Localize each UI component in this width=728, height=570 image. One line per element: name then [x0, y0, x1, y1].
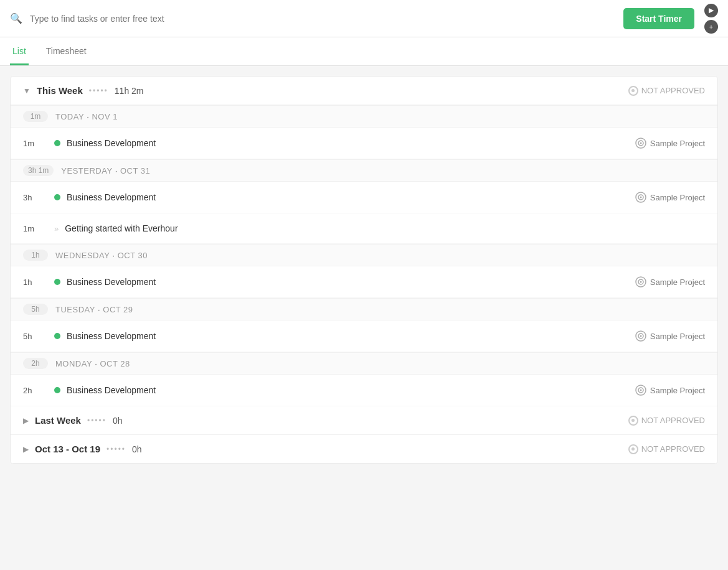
day-duration-tuesday: 5h	[23, 304, 48, 315]
day-duration-wednesday: 1h	[23, 250, 48, 261]
entry-row-1: 3h Business Development Sample Project	[11, 182, 717, 213]
day-row-today: 1m TODAY · NOV 1	[11, 105, 717, 128]
entry-name-5: Business Development	[67, 385, 635, 395]
entry-row-4: 5h Business Development Sample Project	[11, 320, 717, 352]
top-bar-icon-group: ▶ +	[704, 4, 718, 34]
day-row-tuesday: 5h TUESDAY · OCT 29	[11, 298, 717, 320]
not-approved-icon-oct13-oct19	[628, 444, 638, 454]
project-icon-5	[635, 385, 646, 396]
chevron-right-icon-last-week[interactable]: ▶	[23, 416, 29, 425]
day-label-monday: MONDAY · OCT 28	[55, 359, 130, 368]
entry-duration-5: 2h	[23, 386, 54, 395]
entry-dot-green-4	[54, 333, 60, 339]
entry-row-5: 2h Business Development Sample Project	[11, 375, 717, 406]
not-approved-badge-oct13-oct19: NOT APPROVED	[628, 444, 705, 454]
project-info-3: Sample Project	[635, 276, 705, 287]
day-label-yesterday: YESTERDAY · OCT 31	[61, 166, 150, 175]
entry-dot-green-0	[54, 140, 60, 146]
week-header-this-week: ▼ This Week ••••• 11h 2m NOT APPROVED	[11, 77, 717, 105]
search-input[interactable]	[30, 14, 616, 24]
entry-dot-green-5	[54, 387, 60, 393]
not-approved-label-this-week: NOT APPROVED	[641, 86, 705, 95]
project-name-4: Sample Project	[650, 332, 705, 341]
top-bar: 🔍 Start Timer ▶ +	[0, 0, 728, 37]
day-label-tuesday: TUESDAY · OCT 29	[55, 305, 133, 314]
tab-list[interactable]: List	[10, 37, 29, 65]
not-approved-icon-last-week	[628, 416, 638, 426]
week-duration-this-week: 11h 2m	[115, 86, 144, 96]
add-icon[interactable]: +	[704, 20, 718, 34]
chevron-right-icon-oct13[interactable]: ▶	[23, 445, 29, 454]
not-approved-badge-this-week: NOT APPROVED	[628, 86, 705, 96]
week-header-oct13-oct19: ▶ Oct 13 - Oct 19 ••••• 0h NOT APPROVED	[11, 435, 717, 464]
day-duration-today: 1m	[23, 111, 48, 122]
entry-duration-0: 1m	[23, 139, 54, 148]
svg-point-11	[640, 335, 641, 337]
project-name-0: Sample Project	[650, 139, 705, 148]
week-dots-last-week: •••••	[87, 416, 106, 425]
week-header-last-week: ▶ Last Week ••••• 0h NOT APPROVED	[11, 406, 717, 435]
tabs-bar: List Timesheet	[0, 37, 728, 66]
svg-point-14	[640, 390, 641, 391]
week-dots-oct13-oct19: •••••	[106, 445, 126, 454]
project-name-1: Sample Project	[650, 193, 705, 202]
project-icon-1	[635, 192, 646, 203]
project-icon-4	[635, 330, 646, 342]
start-timer-button[interactable]: Start Timer	[623, 8, 694, 29]
not-approved-label-oct13-oct19: NOT APPROVED	[641, 444, 705, 454]
day-row-yesterday: 3h 1m YESTERDAY · OCT 31	[11, 159, 717, 182]
entry-dot-green-1	[54, 194, 60, 200]
day-label-today: TODAY · NOV 1	[55, 112, 118, 121]
tab-timesheet[interactable]: Timesheet	[44, 37, 89, 65]
project-info-4: Sample Project	[635, 330, 705, 342]
main-content: ▼ This Week ••••• 11h 2m NOT APPROVED 1m…	[10, 76, 718, 464]
day-label-wednesday: WEDNESDAY · OCT 30	[55, 251, 148, 260]
entry-duration-2: 1m	[23, 224, 54, 233]
search-icon: 🔍	[10, 12, 22, 24]
week-section-this-week: ▼ This Week ••••• 11h 2m NOT APPROVED 1m…	[11, 77, 717, 406]
project-name-3: Sample Project	[650, 278, 705, 287]
project-icon-0	[635, 138, 646, 149]
entry-name-3: Business Development	[67, 277, 635, 287]
entry-row-2: 1m » Getting started with Everhour	[11, 213, 717, 244]
project-icon-3	[635, 276, 646, 287]
project-info-1: Sample Project	[635, 192, 705, 203]
day-row-wednesday: 1h WEDNESDAY · OCT 30	[11, 244, 717, 266]
entry-name-1: Business Development	[67, 192, 635, 202]
week-title-this-week: This Week	[37, 85, 83, 96]
week-title-last-week: Last Week	[35, 415, 81, 426]
entry-name-0: Business Development	[67, 138, 635, 148]
day-row-monday: 2h MONDAY · OCT 28	[11, 352, 717, 375]
entry-duration-4: 5h	[23, 332, 54, 341]
entry-row-3: 1h Business Development Sample Project	[11, 266, 717, 298]
svg-point-2	[640, 142, 641, 144]
chevron-down-icon[interactable]: ▼	[23, 86, 31, 95]
not-approved-icon-this-week	[628, 86, 638, 96]
day-duration-yesterday: 3h 1m	[23, 165, 54, 176]
entry-dot-green-3	[54, 279, 60, 285]
week-duration-last-week: 0h	[113, 416, 123, 426]
entry-name-2: Getting started with Everhour	[65, 223, 705, 233]
arrows-icon-2: »	[54, 224, 59, 233]
play-icon[interactable]: ▶	[704, 4, 718, 17]
day-duration-monday: 2h	[23, 358, 48, 369]
not-approved-label-last-week: NOT APPROVED	[641, 416, 705, 425]
svg-point-5	[640, 197, 641, 199]
project-info-0: Sample Project	[635, 138, 705, 149]
project-info-5: Sample Project	[635, 385, 705, 396]
project-name-5: Sample Project	[650, 386, 705, 395]
entry-duration-1: 3h	[23, 193, 54, 202]
week-section-last-week: ▶ Last Week ••••• 0h NOT APPROVED	[11, 406, 717, 435]
week-section-oct13-oct19: ▶ Oct 13 - Oct 19 ••••• 0h NOT APPROVED	[11, 435, 717, 464]
week-duration-oct13-oct19: 0h	[132, 444, 142, 454]
not-approved-badge-last-week: NOT APPROVED	[628, 416, 705, 426]
week-title-oct13-oct19: Oct 13 - Oct 19	[35, 444, 100, 454]
svg-point-8	[640, 281, 641, 283]
entry-duration-3: 1h	[23, 278, 54, 287]
week-dots-this-week: •••••	[89, 86, 108, 95]
entry-name-4: Business Development	[67, 331, 635, 341]
entry-row-0: 1m Business Development Sample Project	[11, 128, 717, 159]
